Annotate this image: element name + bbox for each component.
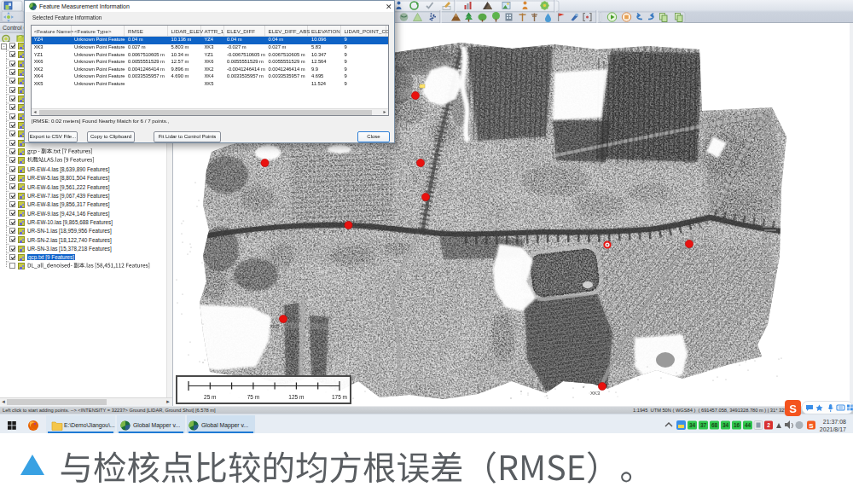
svg-text:75 m: 75 m bbox=[247, 394, 259, 400]
svg-text:16: 16 bbox=[734, 422, 740, 428]
svg-text:175 m: 175 m bbox=[332, 394, 347, 400]
svg-text:34: 34 bbox=[722, 422, 729, 428]
svg-text:XK5: XK5 bbox=[270, 324, 280, 329]
svg-text:125 m: 125 m bbox=[288, 394, 304, 400]
svg-text:25 m: 25 m bbox=[204, 394, 216, 400]
svg-text:S: S bbox=[809, 422, 814, 430]
svg-text:68: 68 bbox=[711, 422, 718, 428]
svg-text:21:37:08: 21:37:08 bbox=[823, 419, 846, 425]
svg-text:2021/8/17: 2021/8/17 bbox=[820, 426, 846, 432]
svg-text:34: 34 bbox=[689, 422, 696, 428]
svg-text:37: 37 bbox=[700, 422, 707, 428]
svg-text:XK3: XK3 bbox=[590, 391, 601, 396]
svg-text:44: 44 bbox=[745, 422, 751, 428]
svg-text:2: 2 bbox=[767, 422, 770, 428]
svg-text:S: S bbox=[789, 403, 797, 415]
